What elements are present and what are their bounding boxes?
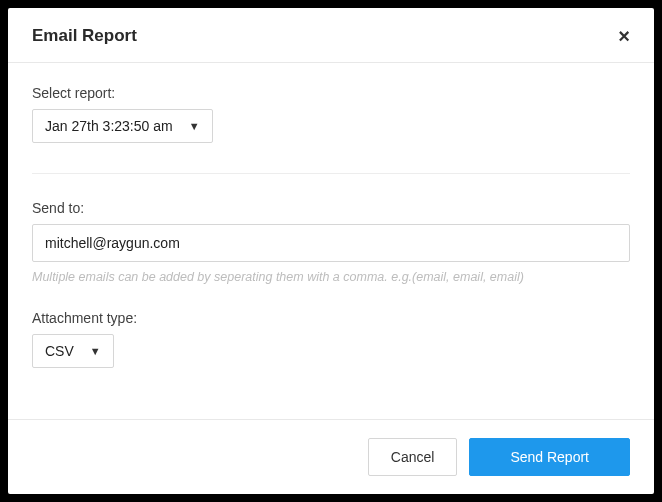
send-to-hint: Multiple emails can be added by seperati… xyxy=(32,270,630,284)
send-report-button[interactable]: Send Report xyxy=(469,438,630,476)
attachment-section: Attachment type: CSV ▼ xyxy=(32,310,630,368)
modal-header: Email Report × xyxy=(8,8,654,63)
send-to-input[interactable] xyxy=(32,224,630,262)
modal-body: Select report: Jan 27th 3:23:50 am ▼ Sen… xyxy=(8,63,654,419)
divider xyxy=(32,173,630,174)
attachment-type-dropdown[interactable]: CSV ▼ xyxy=(32,334,114,368)
chevron-down-icon: ▼ xyxy=(189,120,200,132)
select-report-value: Jan 27th 3:23:50 am xyxy=(45,118,173,134)
attachment-type-label: Attachment type: xyxy=(32,310,630,326)
modal-title: Email Report xyxy=(32,26,137,46)
select-report-dropdown[interactable]: Jan 27th 3:23:50 am ▼ xyxy=(32,109,213,143)
cancel-button[interactable]: Cancel xyxy=(368,438,458,476)
select-report-label: Select report: xyxy=(32,85,630,101)
send-to-label: Send to: xyxy=(32,200,630,216)
close-icon[interactable]: × xyxy=(618,26,630,46)
email-report-modal: Email Report × Select report: Jan 27th 3… xyxy=(8,8,654,494)
chevron-down-icon: ▼ xyxy=(90,345,101,357)
modal-footer: Cancel Send Report xyxy=(8,419,654,494)
attachment-type-value: CSV xyxy=(45,343,74,359)
